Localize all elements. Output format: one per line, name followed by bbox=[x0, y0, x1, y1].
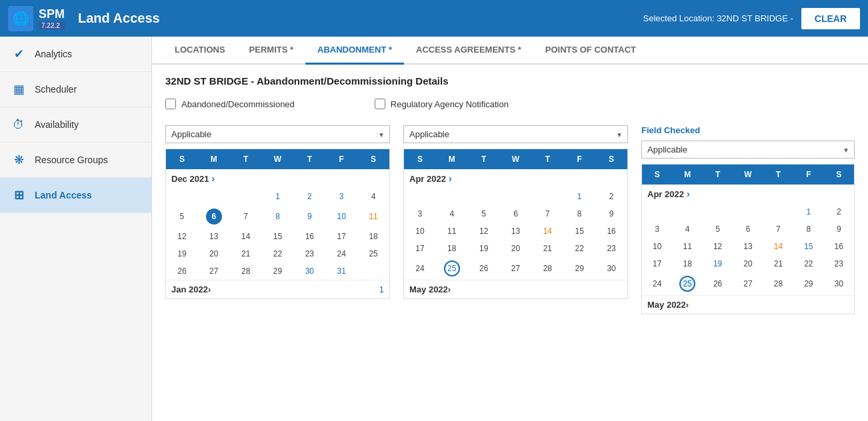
cal-cell[interactable]: 3 bbox=[404, 205, 436, 222]
cal-cell[interactable]: 12 bbox=[166, 228, 198, 245]
cal-cell[interactable]: 29 bbox=[262, 262, 294, 280]
cal-cell[interactable]: 26 bbox=[166, 262, 198, 280]
cal-cell[interactable]: 7 bbox=[763, 220, 793, 238]
cal-cell[interactable]: 27 bbox=[733, 272, 763, 295]
cal-cell[interactable]: 29 bbox=[563, 257, 595, 280]
cal-cell[interactable]: 5 bbox=[468, 205, 500, 222]
cal-cell[interactable]: 2 bbox=[824, 203, 854, 220]
cal3-bottom-arrow[interactable]: › bbox=[686, 300, 689, 310]
cal-cell[interactable]: 14 bbox=[531, 222, 563, 240]
cal-cell[interactable]: 25 bbox=[357, 245, 389, 262]
sidebar-item-land-access[interactable]: ⊞ Land Access bbox=[0, 178, 151, 213]
cal-cell[interactable]: 4 bbox=[357, 188, 389, 205]
cal-cell[interactable]: 17 bbox=[325, 228, 357, 245]
cal-cell[interactable]: 12 bbox=[468, 222, 500, 240]
cal-cell[interactable]: 20 bbox=[198, 245, 230, 262]
tab-permits[interactable]: PERMITS * bbox=[237, 37, 305, 65]
cal-cell[interactable]: 20 bbox=[733, 255, 763, 272]
cal-cell[interactable]: 24 bbox=[325, 245, 357, 262]
regulatory-checkbox[interactable] bbox=[375, 99, 385, 109]
cal-cell[interactable] bbox=[763, 203, 793, 220]
tab-points-of-contact[interactable]: POINTS OF CONTACT bbox=[533, 37, 648, 65]
cal-cell[interactable]: 16 bbox=[824, 238, 854, 255]
cal-cell[interactable] bbox=[468, 188, 500, 205]
cal-cell[interactable]: 6 bbox=[500, 205, 532, 222]
cal-cell[interactable]: 1 bbox=[793, 203, 823, 220]
cal-cell[interactable]: 9 bbox=[595, 205, 627, 222]
cal-cell[interactable]: 19 bbox=[166, 245, 198, 262]
cal-cell[interactable]: 25 bbox=[436, 257, 468, 280]
cal-cell[interactable]: 16 bbox=[293, 228, 325, 245]
cal-cell[interactable]: 26 bbox=[703, 272, 733, 295]
cal-cell[interactable]: 22 bbox=[262, 245, 294, 262]
cal-cell[interactable]: 22 bbox=[793, 255, 823, 272]
cal-cell[interactable]: 3 bbox=[325, 188, 357, 205]
cal-cell[interactable]: 24 bbox=[404, 257, 436, 280]
cal-cell[interactable]: 31 bbox=[325, 262, 357, 280]
cal2-dropdown[interactable]: Applicable bbox=[403, 125, 628, 143]
cal-cell[interactable]: 18 bbox=[672, 255, 702, 272]
cal-cell[interactable]: 14 bbox=[763, 238, 793, 255]
tab-abandonment[interactable]: ABANDONMENT * bbox=[305, 37, 404, 65]
cal-cell[interactable]: 28 bbox=[230, 262, 262, 280]
cal-cell[interactable]: 29 bbox=[793, 272, 823, 295]
cal-cell[interactable]: 18 bbox=[436, 240, 468, 257]
cal-cell[interactable]: 20 bbox=[500, 240, 532, 257]
tab-access-agreements[interactable]: ACCESS AGREEMENTS * bbox=[404, 37, 533, 65]
cal-cell[interactable]: 10 bbox=[404, 222, 436, 240]
cal-cell[interactable]: 23 bbox=[293, 245, 325, 262]
cal-cell[interactable] bbox=[166, 188, 198, 205]
abandoned-checkbox[interactable] bbox=[165, 99, 176, 109]
cal-cell[interactable]: 27 bbox=[198, 262, 230, 280]
cal-cell[interactable]: 4 bbox=[672, 220, 702, 238]
cal3-next-arrow[interactable]: › bbox=[687, 189, 690, 199]
cal-cell[interactable]: 15 bbox=[262, 228, 294, 245]
cal-cell[interactable] bbox=[672, 203, 702, 220]
cal-cell[interactable]: 30 bbox=[595, 257, 627, 280]
cal-cell[interactable]: 28 bbox=[531, 257, 563, 280]
cal-cell[interactable] bbox=[733, 203, 763, 220]
cal-cell[interactable]: 23 bbox=[824, 255, 854, 272]
cal-cell[interactable]: 17 bbox=[404, 240, 436, 257]
cal1-dropdown[interactable]: Applicable bbox=[165, 125, 390, 143]
cal-cell[interactable]: 21 bbox=[230, 245, 262, 262]
cal-cell[interactable] bbox=[642, 203, 672, 220]
cal-cell[interactable]: 8 bbox=[563, 205, 595, 222]
cal-cell[interactable]: 8 bbox=[262, 205, 294, 228]
cal-cell[interactable] bbox=[531, 188, 563, 205]
cal-cell[interactable]: 16 bbox=[595, 222, 627, 240]
cal-cell[interactable]: 24 bbox=[642, 272, 672, 295]
cal-cell[interactable]: 19 bbox=[703, 255, 733, 272]
sidebar-item-analytics[interactable]: ✔ Analytics bbox=[0, 37, 151, 72]
cal-cell[interactable]: 10 bbox=[325, 205, 357, 228]
cal-cell[interactable]: 11 bbox=[357, 205, 389, 228]
cal-cell[interactable]: 9 bbox=[293, 205, 325, 228]
cal-cell[interactable]: 9 bbox=[824, 220, 854, 238]
sidebar-item-availability[interactable]: ⏱ Availability bbox=[0, 107, 151, 143]
cal-cell[interactable] bbox=[703, 203, 733, 220]
cal-cell[interactable]: 8 bbox=[793, 220, 823, 238]
cal-cell[interactable]: 11 bbox=[672, 238, 702, 255]
cal-cell[interactable]: 27 bbox=[500, 257, 532, 280]
cal-cell[interactable]: 12 bbox=[703, 238, 733, 255]
cal-cell[interactable]: 1 bbox=[262, 188, 294, 205]
cal-cell[interactable]: 10 bbox=[642, 238, 672, 255]
cal-cell[interactable]: 18 bbox=[357, 228, 389, 245]
cal-cell[interactable] bbox=[230, 188, 262, 205]
cal-cell[interactable]: 22 bbox=[563, 240, 595, 257]
cal-cell[interactable]: 11 bbox=[436, 222, 468, 240]
cal-cell[interactable]: 25 bbox=[672, 272, 702, 295]
cal-cell[interactable]: 14 bbox=[230, 228, 262, 245]
cal-cell[interactable]: 30 bbox=[293, 262, 325, 280]
cal-cell[interactable]: 28 bbox=[763, 272, 793, 295]
cal2-next-arrow[interactable]: › bbox=[449, 173, 452, 184]
cal3-dropdown[interactable]: Applicable bbox=[641, 141, 855, 159]
sidebar-item-resource-groups[interactable]: ❋ Resource Groups bbox=[0, 143, 151, 178]
cal-cell[interactable]: 30 bbox=[824, 272, 854, 295]
cal-cell[interactable]: 13 bbox=[733, 238, 763, 255]
clear-button[interactable]: CLEAR bbox=[801, 8, 860, 29]
tab-locations[interactable]: LOCATIONS bbox=[163, 37, 237, 65]
cal-cell[interactable]: 21 bbox=[531, 240, 563, 257]
cal-cell[interactable]: 19 bbox=[468, 240, 500, 257]
cal-cell[interactable]: 26 bbox=[468, 257, 500, 280]
